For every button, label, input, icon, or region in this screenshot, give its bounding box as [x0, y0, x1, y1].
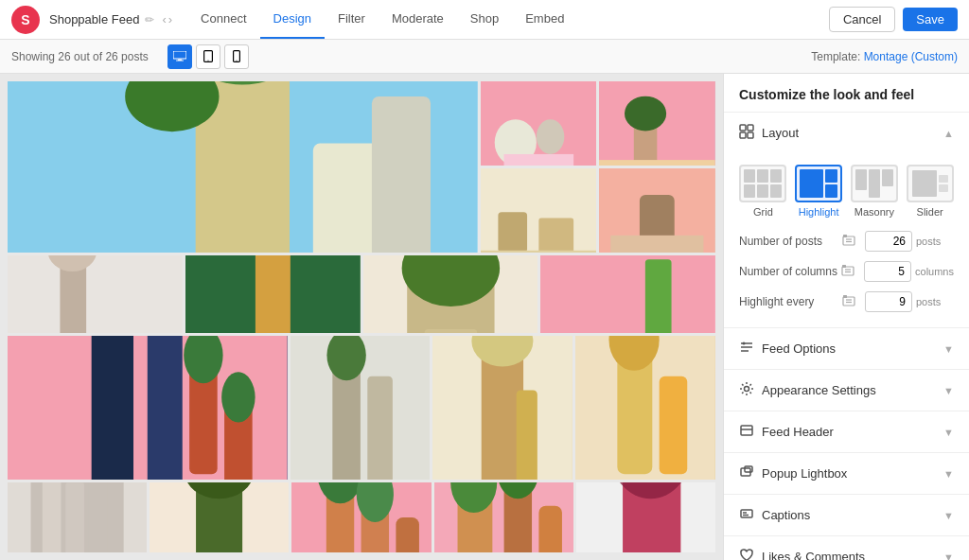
layout-row-2: [8, 255, 715, 333]
highlight-every-info-icon[interactable]: [842, 294, 855, 310]
view-icons: [167, 44, 249, 69]
popup-chevron: ▼: [943, 468, 954, 480]
feed-image-12: [432, 336, 573, 480]
tab-moderate[interactable]: Moderate: [379, 0, 457, 39]
cancel-button[interactable]: Cancel: [829, 7, 895, 32]
layout-option-masonry[interactable]: Masonry: [851, 165, 899, 218]
num-columns-input[interactable]: [864, 261, 911, 282]
top-nav: S Shoppable Feed ✏ ‹ › Connect Design Fi…: [0, 0, 969, 40]
tab-filter[interactable]: Filter: [325, 0, 379, 39]
section-captions: Captions ▼: [724, 495, 969, 536]
layout-option-grid[interactable]: Grid: [739, 165, 787, 218]
tab-connect[interactable]: Connect: [187, 0, 259, 39]
svg-point-56: [221, 372, 255, 422]
layout-row-1-right: [481, 81, 715, 253]
num-posts-info-icon[interactable]: [842, 234, 855, 250]
svg-rect-112: [843, 295, 847, 298]
tab-shop[interactable]: Shop: [457, 0, 512, 39]
num-columns-info-icon[interactable]: [841, 264, 854, 280]
svg-rect-47: [645, 259, 672, 333]
highlight-every-input-wrap: posts: [842, 291, 954, 312]
num-posts-label: Number of posts: [739, 235, 842, 248]
view-desktop[interactable]: [167, 44, 192, 69]
captions-chevron: ▼: [943, 510, 954, 521]
section-likes-header[interactable]: Likes & Comments ▼: [724, 536, 969, 560]
view-mobile[interactable]: [224, 44, 249, 69]
captions-icon: [739, 506, 754, 524]
num-posts-unit: posts: [916, 236, 954, 247]
nav-tabs: Connect Design Filter Moderate Shop Embe…: [187, 0, 577, 39]
feed-image-2: [481, 81, 597, 166]
svg-rect-28: [481, 251, 597, 253]
feed-image-13: [575, 336, 715, 480]
section-feed-header-header[interactable]: Feed Header ▼: [724, 411, 969, 452]
svg-rect-0: [173, 51, 186, 59]
svg-rect-124: [741, 510, 752, 517]
section-popup-lightbox: Popup Lightbox ▼: [724, 453, 969, 495]
section-layout: Layout ▲: [724, 113, 969, 328]
section-appearance: Appearance Settings ▼: [724, 370, 969, 411]
layout-label-grid: Grid: [753, 206, 773, 218]
svg-rect-77: [65, 482, 84, 552]
popup-icon: [739, 464, 754, 482]
layout-content: Grid Highlight: [724, 153, 969, 327]
layout-option-slider[interactable]: Slider: [906, 165, 954, 218]
layout-option-highlight[interactable]: Highlight: [795, 165, 843, 218]
feed-options-chevron: ▼: [943, 343, 954, 355]
svg-point-119: [745, 387, 749, 392]
sub-bar: Showing 26 out of 26 posts Template: Mon…: [0, 40, 969, 74]
layout-row-3: [8, 336, 715, 480]
section-captions-header[interactable]: Captions ▼: [724, 495, 969, 535]
svg-rect-101: [740, 132, 746, 138]
feed-image-16: [291, 482, 431, 552]
svg-rect-72: [660, 376, 688, 474]
section-feed-options: Feed Options ▼: [724, 328, 969, 370]
layout-form: Number of posts po: [739, 231, 954, 312]
section-feed-options-header[interactable]: Feed Options ▼: [724, 328, 969, 369]
layout-label-masonry: Masonry: [854, 206, 894, 218]
feed-image-3: [599, 81, 715, 166]
svg-rect-78: [89, 482, 108, 552]
svg-point-4: [207, 60, 208, 61]
feed-image-6: [8, 255, 183, 333]
num-posts-input[interactable]: [865, 231, 912, 252]
feed-image-15: [150, 482, 289, 552]
feed-image-1: [8, 81, 478, 253]
svg-rect-51: [148, 336, 183, 480]
num-columns-label: Number of columns: [739, 265, 841, 278]
svg-rect-88: [396, 517, 420, 552]
main-content: Customize the look and feel Layout ▲: [0, 74, 969, 560]
section-appearance-header[interactable]: Appearance Settings ▼: [724, 370, 969, 411]
layout-options: Grid Highlight: [739, 165, 954, 218]
svg-rect-18: [503, 154, 573, 166]
showing-text: Showing 26 out of 26 posts: [11, 50, 149, 63]
tab-design[interactable]: Design: [260, 0, 325, 39]
svg-rect-92: [538, 506, 562, 552]
svg-rect-27: [538, 218, 573, 252]
nav-actions: Cancel Save: [829, 7, 958, 32]
highlight-every-input[interactable]: [865, 291, 912, 312]
layout-row-1: [8, 81, 715, 253]
highlight-layout: [8, 81, 715, 552]
template-link[interactable]: Montage (Custom): [864, 50, 958, 63]
svg-rect-102: [748, 132, 753, 138]
feed-header-icon: [739, 423, 754, 441]
layout-icon: [739, 124, 754, 142]
svg-rect-2: [176, 61, 184, 61]
tab-embed[interactable]: Embed: [512, 0, 577, 39]
svg-rect-32: [611, 236, 704, 253]
view-tablet[interactable]: [196, 44, 220, 69]
svg-point-118: [743, 342, 746, 345]
svg-rect-123: [745, 466, 752, 472]
svg-rect-107: [842, 267, 854, 275]
svg-rect-111: [843, 297, 854, 306]
section-layout-header[interactable]: Layout ▲: [724, 113, 969, 153]
svg-rect-104: [843, 235, 847, 237]
feed-image-17: [434, 482, 573, 552]
layout-chevron: ▲: [943, 128, 954, 139]
feed-image-8: [363, 255, 538, 333]
highlight-every-label: Highlight every: [739, 295, 842, 308]
edit-icon[interactable]: ✏: [145, 13, 154, 26]
save-button[interactable]: Save: [903, 8, 958, 31]
section-popup-header[interactable]: Popup Lightbox ▼: [724, 453, 969, 494]
